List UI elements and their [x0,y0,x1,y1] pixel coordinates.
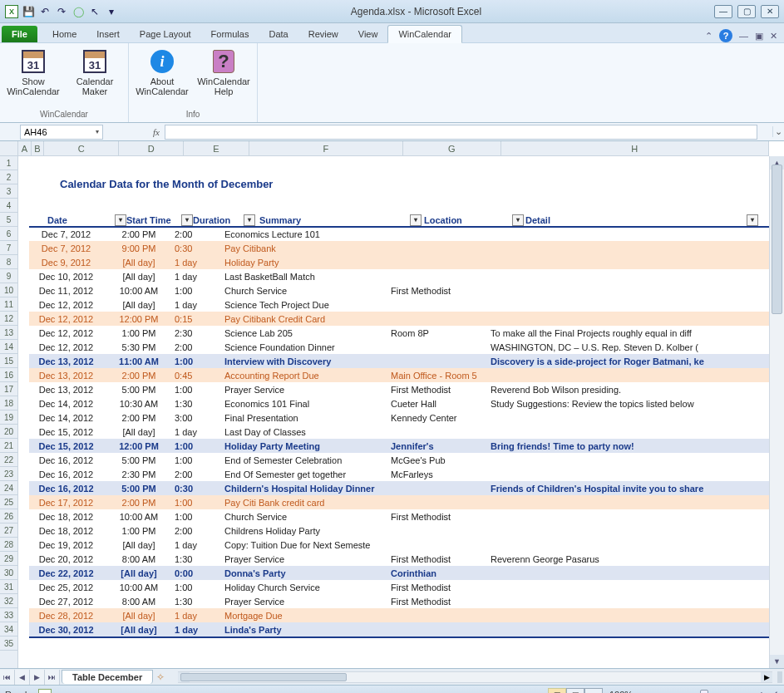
row-header[interactable]: 23 [0,467,17,481]
cell-duration[interactable]: 2:30 [175,328,224,338]
table-row[interactable]: Dec 7, 20129:00 PM0:30Pay Citibank [29,241,769,255]
show-wincalendar-button[interactable]: 31 ShowWinCalendar [7,48,60,96]
cell-duration[interactable]: 0:00 [175,568,224,578]
about-wincalendar-button[interactable]: i AboutWinCalendar [136,48,189,96]
table-row[interactable]: Dec 20, 20128:00 AM1:30Prayer ServiceFir… [29,552,769,566]
tab-insert[interactable]: Insert [86,26,130,42]
cell-location[interactable]: Room 8P [391,328,491,338]
wincalendar-help-button[interactable]: ? WinCalendarHelp [197,48,250,96]
cell-start[interactable]: [All day] [108,540,175,550]
cell-location[interactable]: Kennedy Center [391,413,491,423]
cell-location[interactable]: First Methodist [391,582,491,592]
close-button[interactable]: ✕ [761,5,779,18]
filter-dropdown-icon[interactable]: ▾ [244,214,255,226]
row-header[interactable]: 14 [0,340,17,354]
filter-dropdown-icon[interactable]: ▾ [181,214,193,226]
row-header[interactable]: 32 [0,594,17,608]
table-row[interactable]: Dec 12, 20121:00 PM2:30Science Lab 205Ro… [29,326,769,340]
column-header[interactable]: B [32,141,45,155]
cell-duration[interactable]: 0:15 [175,314,224,324]
cell-start[interactable]: 5:00 PM [108,484,175,494]
cell-duration[interactable]: 1:00 [175,512,224,522]
workbook-minimize-icon[interactable]: ― [739,31,748,41]
page-break-view-button[interactable]: ▭ [584,688,603,694]
maximize-button[interactable]: ▢ [737,5,756,18]
calendar-maker-button[interactable]: 31 CalendarMaker [68,48,121,96]
table-row[interactable]: Dec 11, 201210:00 AM1:00Church ServiceFi… [29,283,769,297]
table-row[interactable]: Dec 27, 20128:00 AM1:30Prayer ServiceFir… [29,594,769,608]
scroll-thumb[interactable] [772,165,782,314]
cell-duration[interactable]: 1:00 [175,356,224,366]
zoom-percent[interactable]: 100% [603,690,639,694]
row-header[interactable]: 1 [0,156,17,170]
scroll-right-icon[interactable]: ▶ [761,672,772,682]
cell-start[interactable]: 1:00 PM [108,526,175,536]
cell-date[interactable]: Dec 14, 2012 [29,413,108,423]
table-row[interactable]: Dec 14, 20122:00 PM3:00Final Presentatio… [29,410,769,425]
cell-location[interactable]: First Methodist [391,286,491,296]
table-row[interactable]: Dec 22, 2012[All day]0:00Donna's PartyCo… [29,566,769,580]
cell-start[interactable]: 2:00 PM [108,498,175,508]
cell-duration[interactable]: 1:00 [175,441,224,451]
table-row[interactable]: Dec 18, 20121:00 PM2:00Childrens Holiday… [29,523,769,538]
column-header[interactable]: G [403,141,500,155]
cell-date[interactable]: Dec 7, 2012 [29,243,108,253]
cell-start[interactable]: 5:00 PM [108,455,175,465]
cell-duration[interactable]: 0:45 [175,371,224,381]
row-header[interactable]: 5 [0,213,17,227]
table-row[interactable]: Dec 9, 2012[All day]1 dayHoliday Party [29,255,769,269]
cell-start[interactable]: 10:00 AM [108,582,175,592]
cell-start[interactable]: 8:00 AM [108,554,175,564]
row-header[interactable]: 26 [0,509,17,523]
row-header[interactable]: 22 [0,453,17,467]
cell-summary[interactable]: Science Lab 205 [224,328,391,338]
save-icon[interactable]: 💾 [22,5,35,18]
sheet-nav-first-icon[interactable]: ⏮ [0,670,15,685]
row-header[interactable]: 28 [0,538,17,552]
cell-start[interactable]: 5:30 PM [108,342,175,352]
table-row[interactable]: Dec 28, 2012[All day]1 dayMortgage Due [29,608,769,622]
cell-date[interactable]: Dec 16, 2012 [29,484,108,494]
cell-date[interactable]: Dec 12, 2012 [29,314,108,324]
table-row[interactable]: Dec 10, 2012[All day]1 dayLast BasketBal… [29,269,769,283]
cell-duration[interactable]: 1 day [175,427,224,437]
new-sheet-icon[interactable]: ✧ [156,671,173,683]
row-header[interactable]: 12 [0,312,17,326]
row-header[interactable]: 4 [0,199,17,213]
fx-icon[interactable]: fx [148,127,165,137]
table-row[interactable]: Dec 12, 20125:30 PM2:00Science Foundatio… [29,340,769,354]
cell-summary[interactable]: Prayer Service [224,554,391,564]
cell-date[interactable]: Dec 11, 2012 [29,286,108,296]
cell-date[interactable]: Dec 18, 2012 [29,512,108,522]
cell-date[interactable]: Dec 12, 2012 [29,342,108,352]
cell-summary[interactable]: Childrens Holiday Party [224,526,391,536]
cell-summary[interactable]: Accounting Report Due [224,371,391,381]
table-row[interactable]: Dec 13, 201211:00 AM1:00Interview with D… [29,354,769,368]
cell-detail[interactable]: To make all the Final Projects roughly e… [491,328,769,338]
table-row[interactable]: Dec 16, 20125:00 PM1:00End of Semester C… [29,453,769,467]
cell-start[interactable]: 1:00 PM [108,328,175,338]
macro-record-icon[interactable] [38,689,52,694]
row-header[interactable]: 20 [0,425,17,439]
cell-summary[interactable]: Final Presentation [224,413,391,423]
sheet-nav-prev-icon[interactable]: ◀ [15,670,30,685]
cell-date[interactable]: Dec 16, 2012 [29,469,108,479]
cell-location[interactable]: First Methodist [391,597,491,607]
table-row[interactable]: Dec 12, 201212:00 PM0:15Pay Citibank Cre… [29,312,769,326]
cell-summary[interactable]: Prayer Service [224,385,391,395]
cell-start[interactable]: [All day] [108,272,175,282]
row-header[interactable]: 31 [0,580,17,594]
cell-start[interactable]: 9:00 PM [108,243,175,253]
col-header-location[interactable]: Location▾ [424,213,524,227]
horizontal-scrollbar[interactable]: ◀ ▶ [178,671,772,683]
cell-summary[interactable]: Copy: Tuition Due for Next Semeste [224,540,391,550]
row-header[interactable]: 8 [0,255,17,269]
col-header-start[interactable]: Start Time▾ [126,213,193,227]
tab-review[interactable]: Review [298,26,348,42]
cell-detail[interactable]: WASHINGTON, DC – U.S. Rep. Steven D. Kol… [491,342,769,352]
cell-start[interactable]: [All day] [108,611,175,621]
row-header[interactable]: 25 [0,495,17,509]
cell-location[interactable]: McGee's Pub [391,455,491,465]
resize-grip-icon[interactable]: ◢ [767,689,779,693]
row-header[interactable]: 24 [0,481,17,495]
